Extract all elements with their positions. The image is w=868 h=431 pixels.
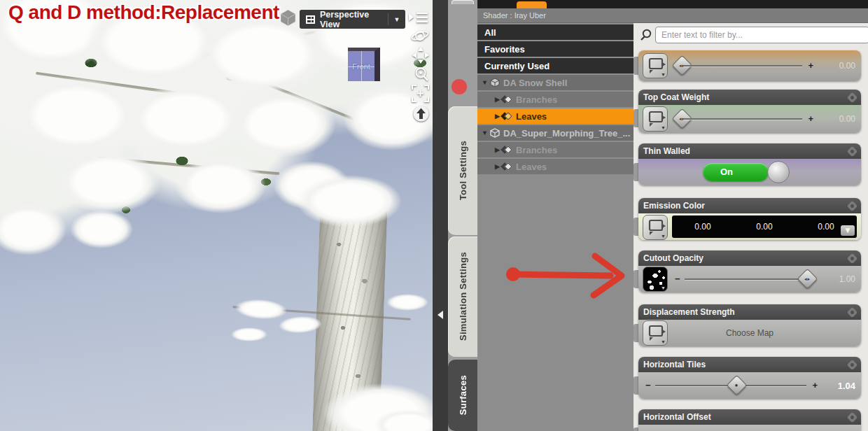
param-group-cutout-opacity: Cutout Opacity ▼ − ◂▸ 1.00 xyxy=(638,250,861,292)
gear-icon[interactable] xyxy=(847,306,858,318)
tree-node-da-snow-shell[interactable]: ▼ DA Snow Shell xyxy=(477,75,634,90)
map-caret-icon: ▼ xyxy=(661,234,666,239)
param-group-horizontal-offset: Horizontal Offset xyxy=(638,409,861,431)
nudge-plus[interactable]: + xyxy=(812,380,818,390)
gear-icon[interactable] xyxy=(847,411,858,423)
color-dropdown-button[interactable]: ▼ xyxy=(841,225,855,236)
orbit-icon[interactable] xyxy=(410,28,430,43)
list-item-label: Currently Used xyxy=(484,61,550,71)
pane-splitter[interactable] xyxy=(433,0,448,431)
gear-icon[interactable] xyxy=(847,359,858,370)
surface-item-label: Branches xyxy=(516,94,557,105)
snow-clump xyxy=(126,84,245,154)
color-value-r: 0.00 xyxy=(672,222,734,232)
pane-tab-strip xyxy=(477,0,868,8)
surface-icon xyxy=(502,162,512,171)
slider-handle[interactable]: ● xyxy=(727,375,748,396)
chevron-down-icon[interactable]: ▼ xyxy=(388,16,405,23)
map-button[interactable]: ▼ xyxy=(643,215,668,240)
viewport-nav-cube[interactable]: Front xyxy=(348,48,380,81)
tab-surfaces[interactable]: Surfaces xyxy=(448,360,477,431)
map-button[interactable]: ▼ xyxy=(643,53,668,78)
toggle-on-label[interactable]: On xyxy=(703,163,769,181)
gear-icon[interactable] xyxy=(847,92,858,103)
pane-menu-icon[interactable] xyxy=(407,10,430,25)
nudge-plus[interactable]: + xyxy=(808,113,813,124)
surface-item-label: Leaves xyxy=(516,111,547,122)
annotation-title: Q and D method:Replacement xyxy=(8,1,279,24)
shader-label: Shader : Iray Uber xyxy=(477,8,868,23)
tab-label: Tool Settings xyxy=(458,141,468,200)
tree-node-da-super-morphing-tree[interactable]: ▼ DA_Super_Morphing_Tree_... xyxy=(477,125,634,141)
nudge-plus[interactable]: + xyxy=(808,60,813,71)
snow-clump xyxy=(175,157,266,213)
frame-icon[interactable] xyxy=(411,84,430,103)
param-title: Thin Walled xyxy=(643,146,848,156)
choose-map-button[interactable]: Choose Map xyxy=(638,320,861,346)
param-value[interactable]: 1.04 xyxy=(819,381,855,391)
annotation-red-dot xyxy=(451,79,467,94)
texture-map-thumbnail[interactable]: ▼ xyxy=(643,267,668,292)
view-selector[interactable]: Perspective View ▼ xyxy=(300,10,405,29)
zoom-icon[interactable] xyxy=(413,66,430,83)
collapse-arrow-icon[interactable] xyxy=(438,311,443,319)
twig-snow xyxy=(234,297,288,320)
camera-reset-icon[interactable] xyxy=(412,105,430,122)
map-button[interactable]: ▼ xyxy=(643,106,668,132)
toggle-knob[interactable] xyxy=(767,161,790,183)
param-value[interactable]: 0.00 xyxy=(819,61,855,71)
surface-item-leaves-2[interactable]: ▶ Leaves xyxy=(477,159,634,174)
param-title: Horizontal Offset xyxy=(643,412,848,422)
thin-walled-toggle[interactable]: On xyxy=(703,161,790,183)
param-group-thin-walled: Thin Walled On xyxy=(638,143,861,185)
trunk-snow-cap xyxy=(297,175,402,227)
parameter-editor: ▼ ◂▸ + 0.00 Top Coat Weight ▼ ◂▸ xyxy=(634,23,868,431)
surface-item-leaves-selected[interactable]: ▶ Leaves xyxy=(477,108,634,124)
list-item-label: Favorites xyxy=(484,44,525,55)
list-item-label: All xyxy=(484,27,496,38)
param-group-emission-color: Emission Color ▼ 0.00 0.00 0.00 ▼ xyxy=(638,198,861,240)
param-title: Emission Color xyxy=(643,201,848,211)
pan-icon[interactable] xyxy=(412,46,430,64)
slider-handle[interactable]: ◂▸ xyxy=(797,269,818,290)
filter-input[interactable] xyxy=(655,27,868,43)
tree-node-label: DA_Super_Morphing_Tree_... xyxy=(503,128,630,139)
map-caret-icon: ▼ xyxy=(661,285,666,290)
surface-item-branches[interactable]: ▶ Branches xyxy=(477,92,634,107)
twig-snow xyxy=(386,294,428,311)
slider-track[interactable] xyxy=(683,118,802,120)
slider-track[interactable] xyxy=(685,278,815,280)
slider-track[interactable] xyxy=(683,65,802,66)
view-selector-label: Perspective View xyxy=(320,10,388,29)
tab-tool-settings[interactable]: Tool Settings xyxy=(448,106,477,235)
partial-tab[interactable] xyxy=(451,0,474,4)
expanded-caret-icon[interactable]: ▼ xyxy=(480,79,489,86)
surface-item-branches-2[interactable]: ▶ Branches xyxy=(477,142,634,157)
param-title: Displacement Strength xyxy=(643,307,848,317)
gear-icon[interactable] xyxy=(847,200,858,211)
3d-viewport[interactable]: Q and D method:Replacement Perspective V… xyxy=(0,0,433,431)
tab-simulation-settings[interactable]: Simulation Settings xyxy=(448,236,477,357)
gear-icon[interactable] xyxy=(847,146,858,157)
gear-icon[interactable] xyxy=(847,253,858,264)
param-title: Cutout Opacity xyxy=(643,253,848,263)
param-value[interactable]: 0.00 xyxy=(819,114,855,124)
expanded-caret-icon[interactable]: ▼ xyxy=(480,129,489,136)
tree-node-label: DA Snow Shell xyxy=(503,78,567,88)
color-swatch-bar[interactable]: 0.00 0.00 0.00 ▼ xyxy=(672,216,857,238)
surface-icon xyxy=(502,94,512,104)
surface-item-label: Branches xyxy=(516,145,557,155)
surfaces-pane: Shader : Iray Uber All Favorites Current… xyxy=(477,0,868,431)
list-item-favorites[interactable]: Favorites xyxy=(477,41,634,57)
active-pane-tab[interactable] xyxy=(517,1,547,8)
list-item-currently-used[interactable]: Currently Used xyxy=(477,58,634,73)
annotation-red-arrow xyxy=(483,248,634,303)
twig-snow xyxy=(231,327,267,341)
list-item-all[interactable]: All xyxy=(477,24,634,40)
surface-icon xyxy=(502,111,512,121)
param-value[interactable]: 1.00 xyxy=(819,274,855,284)
nudge-minus[interactable]: − xyxy=(645,380,651,390)
nudge-minus[interactable]: − xyxy=(675,274,680,284)
filter-row xyxy=(634,23,868,46)
scene-cube-icon[interactable] xyxy=(279,8,298,30)
